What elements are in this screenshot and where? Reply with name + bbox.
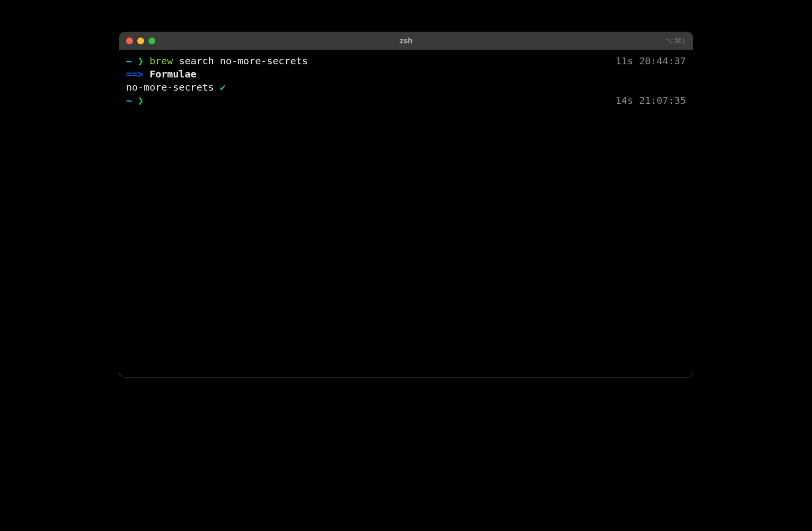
title-bar: zsh ⌥⌘1: [119, 32, 693, 50]
command-line-1: ~ ❯ brew search no-more-secrets 11s 20:4…: [126, 55, 686, 68]
close-button[interactable]: [126, 38, 133, 44]
timestamp: 20:44:37: [639, 55, 686, 67]
command-tail: search no-more-secrets: [173, 55, 308, 67]
command-meta: 14s 21:07:35: [616, 94, 686, 107]
output-header: ==> Formulae: [126, 68, 686, 81]
prompt-chevron: ❯: [138, 95, 144, 106]
traffic-lights: [126, 38, 155, 44]
output-arrow: ==>: [126, 68, 144, 80]
output-section-label: Formulae: [144, 68, 196, 80]
duration: 14s: [616, 95, 633, 106]
maximize-button[interactable]: [148, 38, 155, 44]
command-meta: 11s 20:44:37: [616, 55, 686, 68]
result-name: no-more-secrets: [126, 81, 220, 93]
timestamp: 21:07:35: [639, 95, 686, 106]
terminal-body[interactable]: ~ ❯ brew search no-more-secrets 11s 20:4…: [119, 50, 693, 112]
prompt-path: ~: [126, 55, 132, 67]
minimize-button[interactable]: [137, 38, 144, 44]
duration: 11s: [616, 55, 633, 67]
prompt-chevron: ❯: [138, 55, 144, 67]
command-line-2: ~ ❯ 14s 21:07:35: [126, 94, 686, 107]
terminal-window: zsh ⌥⌘1 ~ ❯ brew search no-more-secrets …: [119, 32, 693, 378]
command-head: brew: [149, 55, 173, 67]
window-shortcut-hint: ⌥⌘1: [665, 37, 686, 45]
check-icon: ✔: [220, 81, 226, 93]
prompt-path: ~: [126, 95, 132, 106]
window-title: zsh: [400, 37, 413, 45]
output-result: no-more-secrets ✔: [126, 81, 686, 94]
